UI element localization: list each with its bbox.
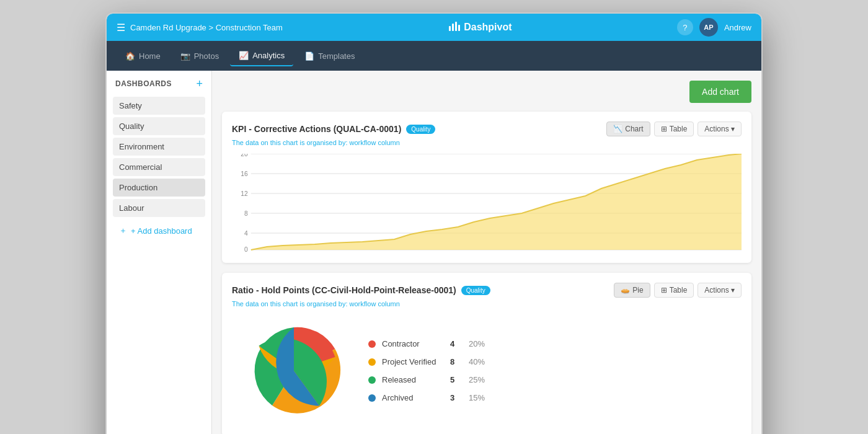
chart-1-subtitle-link[interactable]: workflow column: [350, 139, 400, 146]
legend-pct-project-verified: 40%: [469, 357, 485, 366]
help-button[interactable]: ?: [677, 19, 693, 35]
chart-card-1: KPI - Corrective Actions (QUAL-CA-0001) …: [222, 112, 751, 263]
photos-icon: 📷: [180, 51, 190, 61]
legend-dot-contractor: [368, 340, 376, 348]
nav-item-home[interactable]: 🏠 Home: [117, 46, 169, 66]
chart-2-subtitle: The data on this chart is organised by: …: [232, 300, 742, 308]
legend-count-contractor: 4: [450, 339, 463, 348]
svg-text:20: 20: [241, 154, 248, 157]
add-dashboard-label: + Add dashboard: [131, 226, 192, 236]
sidebar-item-environment[interactable]: Environment: [113, 138, 205, 156]
chart-2-actions: 🥧 Pie ⊞ Table Actions ▾: [614, 283, 742, 298]
app-name: Dashpivot: [464, 22, 512, 33]
sidebar-item-production[interactable]: Production: [113, 179, 205, 197]
chart-2-view-table-button[interactable]: ⊞ Table: [654, 283, 694, 298]
chart-1-view-table-button[interactable]: ⊞ Table: [654, 122, 694, 136]
laptop-screen: ☰ Camden Rd Upgrade > Construction Team …: [107, 14, 761, 434]
svg-text:8: 8: [244, 210, 248, 217]
sidebar: Dashboards + Safety Quality Environment …: [107, 71, 212, 434]
chart-title-group-1: KPI - Corrective Actions (QUAL-CA-0001) …: [232, 124, 435, 134]
chart-2-actions-dropdown[interactable]: Actions ▾: [698, 283, 742, 298]
hamburger-icon[interactable]: ☰: [117, 22, 125, 33]
sidebar-item-labour[interactable]: Labour: [113, 199, 205, 217]
pie-chart-svg-2: [244, 321, 343, 420]
top-bar-left: ☰ Camden Rd Upgrade > Construction Team: [117, 22, 283, 33]
svg-rect-2: [455, 22, 457, 31]
top-bar-right: ? AP Andrew: [677, 18, 751, 37]
content-area: Add chart KPI - Corrective Actions (QUAL…: [212, 71, 761, 434]
chart-2-view-pie-label: Pie: [632, 286, 643, 294]
svg-rect-0: [449, 26, 451, 31]
chart-2-view-table-label: Table: [670, 286, 688, 294]
svg-text:16: 16: [241, 170, 248, 177]
top-bar-center: Dashpivot: [448, 20, 512, 35]
nav-bar: 🏠 Home 📷 Photos 📈 Analytics 📄 Templates: [107, 41, 761, 71]
bar-chart-icon: [448, 20, 460, 35]
pie-chart-section: Contractor 4 20% Project Verified 8 40%: [232, 315, 742, 427]
chart-1-badge: Quality: [406, 125, 435, 134]
legend-count-archived: 3: [450, 393, 463, 402]
sidebar-item-quality[interactable]: Quality: [113, 117, 205, 135]
svg-text:4: 4: [244, 230, 248, 237]
legend-count-released: 5: [450, 375, 463, 384]
chart-1-actions: 📉 Chart ⊞ Table Actions ▾: [606, 122, 742, 136]
chart-2-subtitle-prefix: The data on this chart is organised by:: [232, 300, 350, 308]
legend-label-archived: Archived: [382, 393, 444, 402]
sidebar-item-safety[interactable]: Safety: [113, 97, 205, 115]
legend-label-contractor: Contractor: [382, 339, 444, 348]
legend-item-contractor: Contractor 4 20%: [368, 339, 485, 348]
chart-2-subtitle-link[interactable]: workflow column: [350, 300, 400, 308]
legend-dot-archived: [368, 394, 376, 402]
sidebar-header: Dashboards +: [113, 78, 205, 89]
chart-2-title: Ratio - Hold Points (CC-Civil-Hold-Point…: [232, 285, 456, 295]
chart-1-view-chart-label: Chart: [625, 125, 643, 133]
nav-item-analytics[interactable]: 📈 Analytics: [230, 46, 293, 66]
user-name: Andrew: [724, 23, 751, 32]
chart-1-title: KPI - Corrective Actions (QUAL-CA-0001): [232, 124, 401, 134]
legend-label-project-verified: Project Verified: [382, 357, 444, 366]
pie-chart-icon: 🥧: [621, 286, 630, 294]
add-dashboard-button[interactable]: ＋ + Add dashboard: [113, 221, 205, 241]
legend-dot-released: [368, 376, 376, 384]
svg-text:12: 12: [241, 190, 248, 197]
svg-text:0: 0: [244, 246, 248, 253]
chart-1-subtitle-prefix: The data on this chart is organised by:: [232, 139, 350, 146]
legend-item-archived: Archived 3 15%: [368, 393, 485, 402]
legend-item-project-verified: Project Verified 8 40%: [368, 357, 485, 366]
main-layout: Dashboards + Safety Quality Environment …: [107, 71, 761, 434]
legend-count-project-verified: 8: [450, 357, 463, 366]
sidebar-item-commercial[interactable]: Commercial: [113, 158, 205, 176]
laptop-frame: ☰ Camden Rd Upgrade > Construction Team …: [105, 12, 763, 434]
nav-label-home: Home: [139, 51, 161, 61]
nav-item-templates[interactable]: 📄 Templates: [296, 46, 363, 66]
table-icon-2: ⊞: [661, 286, 667, 294]
nav-item-photos[interactable]: 📷 Photos: [172, 46, 228, 66]
sidebar-title: Dashboards: [115, 79, 172, 88]
content-header: Add chart: [222, 81, 751, 103]
legend-dot-project-verified: [368, 358, 376, 366]
chart-card-2-header: Ratio - Hold Points (CC-Civil-Hold-Point…: [232, 283, 742, 298]
svg-rect-3: [458, 25, 460, 31]
add-dashboard-icon: ＋: [119, 225, 127, 236]
nav-label-photos: Photos: [194, 51, 219, 61]
add-chart-button[interactable]: Add chart: [689, 81, 751, 103]
svg-rect-1: [452, 24, 454, 31]
chart-1-actions-dropdown[interactable]: Actions ▾: [698, 122, 742, 136]
line-chart-icon: 📉: [613, 125, 622, 133]
avatar: AP: [699, 18, 718, 37]
legend-pct-released: 25%: [469, 375, 485, 384]
line-chart-container: 20 16 12 8 4 0 1 2: [232, 154, 742, 253]
chart-1-view-table-label: Table: [670, 125, 688, 133]
templates-icon: 📄: [304, 51, 314, 61]
pie-legend: Contractor 4 20% Project Verified 8 40%: [368, 339, 485, 402]
add-dashboard-plus-button[interactable]: +: [196, 78, 203, 89]
chart-2-view-pie-button[interactable]: 🥧 Pie: [614, 283, 650, 298]
line-chart-svg: 20 16 12 8 4 0 1 2: [232, 154, 742, 253]
chart-card-1-header: KPI - Corrective Actions (QUAL-CA-0001) …: [232, 122, 742, 136]
chart-title-group-2: Ratio - Hold Points (CC-Civil-Hold-Point…: [232, 285, 490, 295]
chart-2-badge: Quality: [461, 286, 490, 295]
chart-1-subtitle: The data on this chart is organised by: …: [232, 139, 742, 146]
legend-pct-contractor: 20%: [469, 339, 485, 348]
chart-1-view-chart-button[interactable]: 📉 Chart: [606, 122, 650, 136]
legend-pct-archived: 15%: [469, 393, 485, 402]
